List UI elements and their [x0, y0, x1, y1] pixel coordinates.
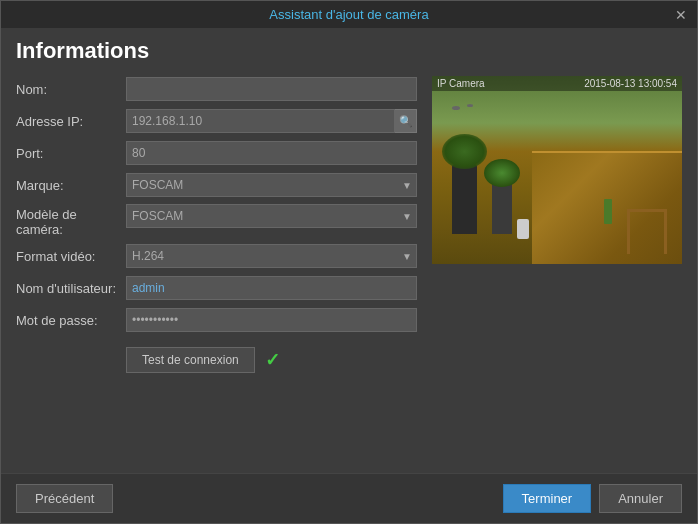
scene-figure: [517, 219, 529, 239]
page-title: Informations: [16, 38, 682, 64]
mot-de-passe-input[interactable]: [126, 308, 417, 332]
scene-bird1: [452, 106, 460, 110]
main-area: Nom: Adresse IP: 🔍 Port: Marque:: [16, 76, 682, 463]
nom-utilisateur-label: Nom d'utilisateur:: [16, 281, 126, 296]
scene-plant1: [452, 164, 477, 234]
scene-bottle: [604, 199, 612, 224]
marque-label: Marque:: [16, 178, 126, 193]
cancel-button[interactable]: Annuler: [599, 484, 682, 513]
form-section: Nom: Adresse IP: 🔍 Port: Marque:: [16, 76, 417, 463]
modele-label: Modèle de caméra:: [16, 204, 126, 237]
row-mot-de-passe: Mot de passe:: [16, 307, 417, 333]
connection-status-icon: ✓: [265, 349, 280, 371]
test-connection-button[interactable]: Test de connexion: [126, 347, 255, 373]
preview-timestamp: 2015-08-13 13:00:54: [584, 78, 677, 89]
row-modele: Modèle de caméra: FOSCAM ▼: [16, 204, 417, 237]
format-video-select-wrapper: H.264 ▼: [126, 244, 417, 268]
marque-select-wrapper: FOSCAM ▼: [126, 173, 417, 197]
footer: Précédent Terminer Annuler: [1, 473, 697, 523]
nom-label: Nom:: [16, 82, 126, 97]
row-format-video: Format vidéo: H.264 ▼: [16, 243, 417, 269]
mot-de-passe-label: Mot de passe:: [16, 313, 126, 328]
scene-plant2: [492, 179, 512, 234]
window-title: Assistant d'ajout de caméra: [269, 7, 428, 22]
row-port: Port:: [16, 140, 417, 166]
row-marque: Marque: FOSCAM ▼: [16, 172, 417, 198]
nom-input[interactable]: [126, 77, 417, 101]
adresse-ip-wrapper: 🔍: [126, 109, 417, 133]
row-nom-utilisateur: Nom d'utilisateur:: [16, 275, 417, 301]
marque-select[interactable]: FOSCAM: [126, 173, 417, 197]
test-connection-row: Test de connexion ✓: [126, 347, 417, 373]
title-bar: Assistant d'ajout de caméra ✕: [1, 1, 697, 28]
camera-preview-section: IP Camera 2015-08-13 13:00:54: [432, 76, 682, 463]
adresse-ip-input[interactable]: [126, 109, 395, 133]
dialog-window: Assistant d'ajout de caméra ✕ Informatio…: [0, 0, 698, 524]
content-area: Informations Nom: Adresse IP: 🔍 Port:: [1, 28, 697, 473]
format-video-select[interactable]: H.264: [126, 244, 417, 268]
adresse-ip-search-icon[interactable]: 🔍: [395, 109, 417, 133]
format-video-label: Format vidéo:: [16, 249, 126, 264]
port-input[interactable]: [126, 141, 417, 165]
previous-button[interactable]: Précédent: [16, 484, 113, 513]
finish-button[interactable]: Terminer: [503, 484, 592, 513]
row-nom: Nom:: [16, 76, 417, 102]
footer-right-buttons: Terminer Annuler: [503, 484, 682, 513]
preview-top-bar: IP Camera 2015-08-13 13:00:54: [432, 76, 682, 91]
row-adresse-ip: Adresse IP: 🔍: [16, 108, 417, 134]
modele-select-wrapper: FOSCAM ▼: [126, 204, 417, 228]
scene-bird2: [467, 104, 473, 107]
modele-select[interactable]: FOSCAM: [126, 204, 417, 228]
adresse-ip-label: Adresse IP:: [16, 114, 126, 129]
port-label: Port:: [16, 146, 126, 161]
preview-container: IP Camera 2015-08-13 13:00:54: [432, 76, 682, 264]
scene-chair: [627, 209, 667, 254]
preview-camera-label: IP Camera: [437, 78, 485, 89]
nom-utilisateur-input[interactable]: [126, 276, 417, 300]
preview-scene: [432, 76, 682, 264]
close-button[interactable]: ✕: [675, 7, 687, 23]
